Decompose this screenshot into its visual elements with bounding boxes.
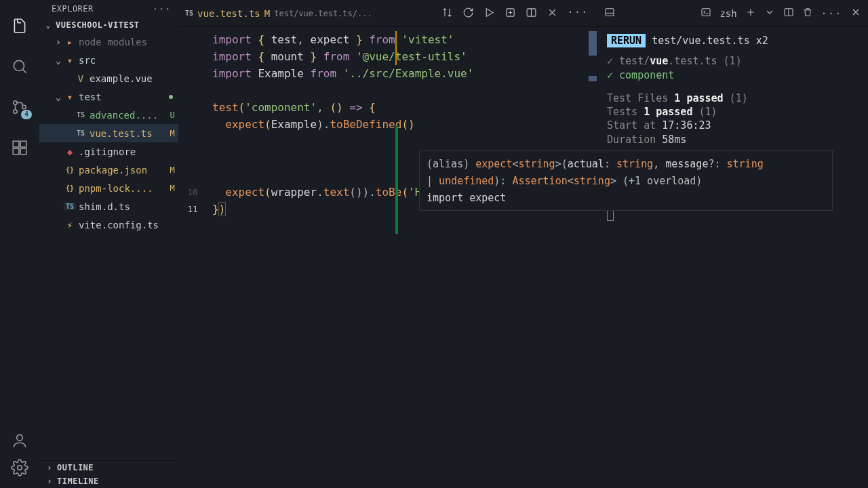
tree-shim[interactable]: TSshim.d.ts (39, 197, 178, 216)
split-icon[interactable] (526, 7, 537, 20)
tab-bar: TS vue.test.ts M test/vue.test.ts/... ··… (178, 0, 597, 27)
timeline-pane[interactable]: ›TIMELINE (39, 474, 178, 488)
code-editor[interactable]: import { test, expect } from 'vitest' im… (178, 27, 597, 488)
project-name: VUESCHOOL-VITEST (56, 20, 140, 30)
terminal-trash-icon[interactable] (802, 7, 813, 20)
svg-rect-12 (606, 9, 614, 16)
svg-rect-4 (13, 141, 19, 147)
more-icon[interactable]: ··· (568, 7, 589, 20)
tree-pnpm-lock[interactable]: {}pnpm-lock....M (39, 179, 178, 197)
svg-rect-13 (702, 9, 710, 16)
terminal-dropdown-icon[interactable] (764, 7, 775, 20)
explorer-title: EXPLORER (52, 4, 94, 14)
svg-rect-7 (20, 148, 26, 155)
hover-tooltip: (alias) expect<string>(actual: string, m… (419, 150, 833, 211)
terminal-add-icon[interactable] (745, 7, 756, 20)
outline-pane[interactable]: ›OUTLINE (39, 461, 178, 474)
terminal-more-icon[interactable]: ··· (821, 8, 842, 19)
svg-point-8 (17, 434, 23, 441)
tree-vite-config[interactable]: ⚡vite.config.ts (39, 216, 178, 234)
scrollbar[interactable] (589, 27, 597, 488)
explorer-icon[interactable] (9, 15, 31, 37)
tab-filename: vue.test.ts (197, 8, 260, 19)
terminal-header: zsh ··· (597, 0, 868, 27)
tree-test[interactable]: ⌄▾test (39, 87, 178, 106)
svg-point-2 (14, 110, 17, 113)
settings-icon[interactable] (9, 457, 31, 479)
scm-badge: 4 (21, 110, 32, 119)
project-header[interactable]: ⌄ VUESCHOOL-VITEST (39, 18, 178, 33)
tree-node-modules[interactable]: ›▸node_modules (39, 33, 178, 51)
tab-vue-test[interactable]: TS vue.test.ts M test/vue.test.ts/... (178, 0, 379, 26)
terminal-split-icon[interactable] (783, 7, 794, 20)
svg-rect-5 (20, 141, 26, 147)
explorer-more-icon[interactable]: ··· (153, 4, 172, 14)
compare-icon[interactable] (441, 7, 453, 20)
activity-bar: 4 (0, 0, 39, 488)
tree-advanced[interactable]: TSadvanced....U (39, 106, 178, 124)
svg-point-0 (14, 60, 24, 70)
terminal-output[interactable]: RERUN test/vue.test.ts x2 ✓ test/vue.tes… (597, 27, 868, 488)
tree-src[interactable]: ⌄▾src (39, 51, 178, 69)
search-icon[interactable] (9, 56, 31, 77)
source-control-icon[interactable]: 4 (9, 96, 31, 118)
account-icon[interactable] (9, 430, 31, 451)
tab-status: M (264, 8, 270, 19)
svg-rect-6 (13, 148, 19, 155)
add-icon[interactable] (505, 7, 516, 20)
play-icon[interactable] (484, 7, 495, 20)
svg-point-9 (18, 466, 22, 470)
tree-example-vue[interactable]: Vexample.vue (39, 69, 178, 87)
svg-point-1 (14, 101, 17, 104)
rerun-badge: RERUN (607, 34, 646, 47)
run-refresh-icon[interactable] (462, 7, 474, 20)
terminal-shell-icon[interactable] (701, 7, 711, 20)
main-editor: TS vue.test.ts M test/vue.test.ts/... ··… (178, 0, 597, 488)
tree-gitignore[interactable]: ◆.gitignore (39, 142, 178, 161)
terminal-shell-label: zsh (719, 8, 736, 19)
tree-package-json[interactable]: {}package.jsonM (39, 161, 178, 179)
terminal-panel: zsh ··· RERUN test/vue.test.ts x2 ✓ test… (597, 0, 868, 488)
terminal-close-icon[interactable] (850, 7, 861, 20)
tree-vue-test[interactable]: TSvue.test.tsM (39, 124, 178, 142)
panel-toggle-icon[interactable] (604, 7, 615, 20)
ts-file-icon: TS (185, 9, 193, 17)
tab-trail: test/vue.test.ts/... (274, 9, 372, 18)
file-tree: ›▸node_modules ⌄▾src Vexample.vue ⌄▾test… (39, 33, 178, 460)
svg-point-3 (22, 105, 26, 108)
close-tab-icon[interactable] (547, 7, 558, 20)
editor-actions: ··· (441, 7, 597, 20)
sidebar: EXPLORER ··· ⌄ VUESCHOOL-VITEST ›▸node_m… (39, 0, 178, 488)
extensions-icon[interactable] (9, 137, 31, 159)
